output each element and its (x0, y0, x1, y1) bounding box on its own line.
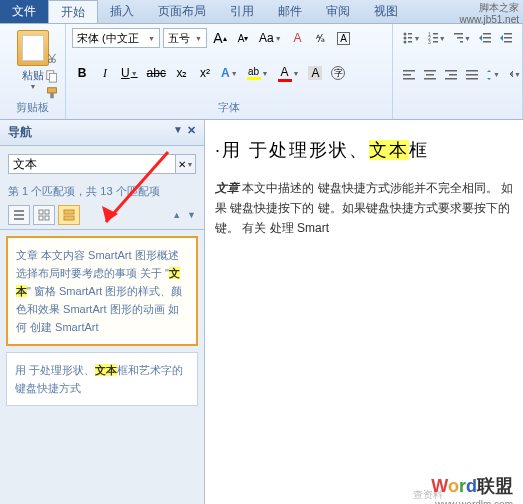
svg-rect-48 (45, 210, 49, 214)
svg-rect-29 (426, 74, 434, 76)
svg-rect-51 (64, 210, 74, 214)
align-left-icon (402, 68, 416, 82)
headings-icon (13, 209, 25, 221)
cut-icon[interactable] (44, 52, 60, 66)
svg-rect-20 (483, 37, 491, 39)
svg-text:3: 3 (428, 39, 431, 45)
line-spacing-icon (486, 68, 492, 82)
font-color-button[interactable]: A▼ (275, 63, 303, 83)
align-left-button[interactable] (399, 65, 419, 85)
shading-button[interactable]: ▼ (504, 65, 523, 85)
increase-indent-button[interactable] (496, 28, 516, 48)
tab-insert[interactable]: 插入 (98, 0, 146, 23)
doc-heading: ·用 于处理形状、文本框 (215, 138, 513, 162)
pages-icon (38, 209, 50, 221)
group-paragraph: ▼ 123▼ ▼ ▼ ▼ ▼ (393, 24, 523, 119)
text-effects-button[interactable]: A▼ (218, 63, 241, 83)
nav-tab-headings[interactable] (8, 205, 30, 225)
char-shading-button[interactable]: A (305, 63, 325, 83)
tab-mailings[interactable]: 邮件 (266, 0, 314, 23)
nav-tab-results[interactable] (58, 205, 80, 225)
prev-result-button[interactable]: ▲ (172, 210, 181, 220)
tab-review[interactable]: 审阅 (314, 0, 362, 23)
bucket-icon (507, 68, 513, 82)
indent-icon (499, 31, 513, 45)
multilevel-button[interactable]: ▼ (450, 28, 474, 48)
superscript-button[interactable]: x² (195, 63, 215, 83)
svg-rect-36 (466, 78, 478, 80)
svg-rect-35 (466, 74, 478, 76)
svg-rect-5 (408, 33, 412, 35)
tab-layout[interactable]: 页面布局 (146, 0, 218, 23)
results-icon (63, 209, 75, 221)
result-item[interactable]: 用 于处理形状、文本框和艺术字的键盘快捷方式 (6, 352, 198, 406)
grow-font-button[interactable]: A▴ (210, 28, 230, 48)
numbering-icon: 123 (427, 31, 437, 45)
close-icon[interactable]: ✕ (187, 124, 196, 141)
font-size-combo[interactable]: 五号▼ (163, 28, 207, 48)
nav-results-list: 文章 本文内容 SmartArt 图形概述 选择布局时要考虑的事项 关于 "文本… (0, 230, 204, 418)
line-spacing-button[interactable]: ▼ (483, 65, 503, 85)
tab-home[interactable]: 开始 (48, 0, 98, 23)
align-right-icon (444, 68, 458, 82)
svg-rect-46 (14, 218, 24, 220)
nav-tab-pages[interactable] (33, 205, 55, 225)
align-justify-icon (465, 68, 479, 82)
underline-button[interactable]: U▼ (118, 63, 141, 83)
tab-references[interactable]: 引用 (218, 0, 266, 23)
svg-rect-34 (466, 70, 478, 72)
svg-rect-49 (39, 216, 43, 220)
group-clipboard: 粘贴 ▼ 剪贴板 (0, 24, 66, 119)
svg-rect-1 (49, 73, 56, 82)
tab-view[interactable]: 视图 (362, 0, 410, 23)
navigation-pane: 导航 ▼ ✕ ✕▼ 第 1 个匹配项，共 13 个匹配项 ▲ ▼ 文章 本文内容… (0, 120, 205, 504)
format-painter-icon[interactable] (44, 86, 60, 100)
change-case-button[interactable]: Aa▼ (256, 28, 285, 48)
tab-file[interactable]: 文件 (0, 0, 48, 23)
highlight-button[interactable]: ab▼ (244, 63, 272, 83)
svg-rect-11 (433, 33, 437, 35)
align-right-button[interactable] (441, 65, 461, 85)
subscript-button[interactable]: x₂ (172, 63, 192, 83)
font-family-combo[interactable]: 宋体 (中文正▼ (72, 28, 160, 48)
document-area[interactable]: ·用 于处理形状、文本框 文章 本文中描述的 键盘快捷方式涉能并不完全相同。 如… (205, 120, 523, 504)
clear-format-button[interactable]: A (288, 28, 308, 48)
svg-rect-44 (14, 210, 24, 212)
svg-rect-28 (424, 70, 436, 72)
phonetic-button[interactable]: ᴬ⁄ₐ (311, 28, 331, 48)
nav-search: ✕▼ (8, 154, 196, 174)
svg-rect-22 (504, 33, 512, 35)
shrink-font-button[interactable]: A▾ (233, 28, 253, 48)
search-clear-button[interactable]: ✕▼ (176, 154, 196, 174)
doc-body: 文章 本文中描述的 键盘快捷方式涉能并不完全相同。 如果 键盘快捷按下的 键。如… (215, 178, 513, 238)
decrease-indent-button[interactable] (475, 28, 495, 48)
clear-icon: ✕ (178, 159, 186, 170)
svg-rect-3 (50, 93, 54, 98)
bold-button[interactable]: B (72, 63, 92, 83)
bullets-button[interactable]: ▼ (399, 28, 423, 48)
char-border-button[interactable]: A (334, 28, 354, 48)
search-input[interactable] (8, 154, 176, 174)
svg-rect-19 (483, 33, 491, 35)
ribbon-tabs: 文件 开始 插入 页面布局 引用 邮件 审阅 视图 (0, 0, 523, 24)
outdent-icon (478, 31, 492, 45)
svg-rect-13 (433, 37, 437, 39)
footer-logo: Word联盟 (431, 474, 513, 498)
strikethrough-button[interactable]: abc (144, 63, 169, 83)
svg-rect-47 (39, 210, 43, 214)
svg-rect-9 (408, 41, 412, 43)
next-result-button[interactable]: ▼ (187, 210, 196, 220)
svg-rect-33 (445, 78, 457, 80)
enclose-char-button[interactable]: 字 (328, 63, 348, 83)
align-center-button[interactable] (420, 65, 440, 85)
copy-icon[interactable] (44, 69, 60, 83)
svg-rect-24 (504, 41, 512, 43)
align-center-icon (423, 68, 437, 82)
result-item[interactable]: 文章 本文内容 SmartArt 图形概述 选择布局时要考虑的事项 关于 "文本… (6, 236, 198, 346)
nav-view-tabs: ▲ ▼ (0, 201, 204, 230)
italic-button[interactable]: I (95, 63, 115, 83)
numbering-button[interactable]: 123▼ (424, 28, 448, 48)
align-justify-button[interactable] (462, 65, 482, 85)
chevron-down-icon[interactable]: ▼ (173, 124, 183, 141)
svg-rect-16 (454, 33, 463, 35)
